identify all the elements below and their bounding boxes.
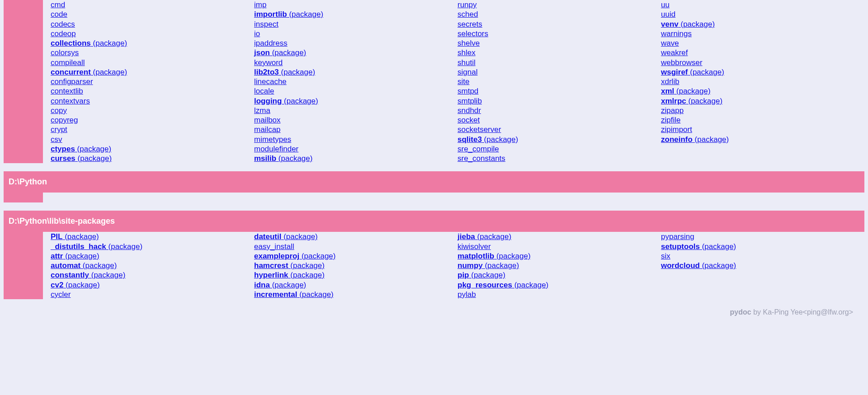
module-link-zipimport[interactable]: zipimport — [661, 125, 692, 134]
module-link-pyparsing[interactable]: pyparsing — [661, 232, 694, 241]
module-link-copyreg[interactable]: copyreg — [51, 116, 78, 124]
module-link-signal[interactable]: signal — [458, 68, 477, 76]
module-link-sndhdr[interactable]: sndhdr — [458, 106, 481, 115]
module-link-smtplib[interactable]: smtplib — [458, 97, 482, 105]
module-link-pkg_resources[interactable]: pkg_resources (package) — [458, 281, 548, 289]
module-link-sqlite3[interactable]: sqlite3 (package) — [458, 135, 518, 144]
module-link-easy_install[interactable]: easy_install — [254, 242, 294, 251]
module-link-wsgiref[interactable]: wsgiref (package) — [661, 68, 724, 76]
module-link-ipaddress[interactable]: ipaddress — [254, 39, 288, 47]
module-link-sre_constants[interactable]: sre_constants — [458, 154, 505, 163]
module-link-socketserver[interactable]: socketserver — [458, 125, 501, 134]
module-link-selectors[interactable]: selectors — [458, 29, 488, 38]
module-link-uuid[interactable]: uuid — [661, 10, 675, 19]
package-suffix: (package) — [482, 135, 518, 144]
module-link-contextvars[interactable]: contextvars — [51, 97, 90, 105]
module-link-concurrent[interactable]: concurrent (package) — [51, 68, 127, 76]
module-link-msilib[interactable]: msilib (package) — [254, 154, 312, 163]
module-link-code[interactable]: code — [51, 10, 67, 19]
module-link-secrets[interactable]: secrets — [458, 20, 482, 28]
module-link-xdrlib[interactable]: xdrlib — [661, 77, 679, 86]
module-link-cv2[interactable]: cv2 (package) — [51, 281, 100, 289]
module-link-pip[interactable]: pip (package) — [458, 271, 505, 279]
module-link-webbrowser[interactable]: webbrowser — [661, 58, 703, 67]
list-item: colorsys — [51, 48, 254, 57]
module-link-socket[interactable]: socket — [458, 116, 480, 124]
module-link-hamcrest[interactable]: hamcrest (package) — [254, 261, 325, 270]
module-link-lib2to3[interactable]: lib2to3 (package) — [254, 68, 315, 76]
module-link-uu[interactable]: uu — [661, 0, 670, 9]
module-link-zipfile[interactable]: zipfile — [661, 116, 680, 124]
module-link-exampleproj[interactable]: exampleproj (package) — [254, 252, 335, 260]
module-link-compileall[interactable]: compileall — [51, 58, 85, 67]
module-link-configparser[interactable]: configparser — [51, 77, 93, 86]
module-link-pylab[interactable]: pylab — [458, 290, 476, 299]
module-link-site[interactable]: site — [458, 77, 469, 86]
module-link-codecs[interactable]: codecs — [51, 20, 75, 28]
module-link-collections[interactable]: collections (package) — [51, 39, 127, 47]
module-link-importlib[interactable]: importlib (package) — [254, 10, 323, 19]
module-link-keyword[interactable]: keyword — [254, 58, 283, 67]
list-item: matplotlib (package) — [458, 251, 661, 261]
module-link-wave[interactable]: wave — [661, 39, 679, 47]
module-link-matplotlib[interactable]: matplotlib (package) — [458, 252, 531, 260]
module-link-venv[interactable]: venv (package) — [661, 20, 715, 28]
module-link-dateutil[interactable]: dateutil (package) — [254, 232, 318, 241]
module-link-mimetypes[interactable]: mimetypes — [254, 135, 291, 144]
list-item: copy — [51, 106, 254, 115]
module-link-jieba[interactable]: jieba (package) — [458, 232, 511, 241]
module-link-modulefinder[interactable]: modulefinder — [254, 145, 298, 153]
module-link-cmd[interactable]: cmd — [51, 0, 65, 9]
module-link-codeop[interactable]: codeop — [51, 29, 76, 38]
module-link-cycler[interactable]: cycler — [51, 290, 71, 299]
module-link-numpy[interactable]: numpy (package) — [458, 261, 519, 270]
module-link-runpy[interactable]: runpy — [458, 0, 477, 9]
module-link-contextlib[interactable]: contextlib — [51, 87, 83, 95]
module-link-copy[interactable]: copy — [51, 106, 67, 115]
module-link-zoneinfo[interactable]: zoneinfo (package) — [661, 135, 729, 144]
module-link-warnings[interactable]: warnings — [661, 29, 692, 38]
module-link-json[interactable]: json (package) — [254, 48, 306, 57]
module-link-mailcap[interactable]: mailcap — [254, 125, 281, 134]
module-link-shelve[interactable]: shelve — [458, 39, 480, 47]
module-link-mailbox[interactable]: mailbox — [254, 116, 281, 124]
module-link-idna[interactable]: idna (package) — [254, 281, 306, 289]
module-link-csv[interactable]: csv — [51, 135, 62, 144]
module-link-smtpd[interactable]: smtpd — [458, 87, 478, 95]
module-link-setuptools[interactable]: setuptools (package) — [661, 242, 736, 251]
module-link-crypt[interactable]: crypt — [51, 125, 67, 134]
module-link-hyperlink[interactable]: hyperlink (package) — [254, 271, 325, 279]
list-item: importlib (package) — [254, 9, 458, 19]
page-scroll-container[interactable]: cmdcodecodecscodeopcollections (package)… — [0, 0, 868, 322]
module-link-attr[interactable]: attr (package) — [51, 252, 99, 260]
module-link-sched[interactable]: sched — [458, 10, 478, 19]
module-link-shlex[interactable]: shlex — [458, 48, 476, 57]
module-link-xmlrpc[interactable]: xmlrpc (package) — [661, 97, 722, 105]
module-link-io[interactable]: io — [254, 29, 260, 38]
module-link-linecache[interactable]: linecache — [254, 77, 287, 86]
module-link-_distutils_hack[interactable]: _distutils_hack (package) — [51, 242, 142, 251]
list-item: cv2 (package) — [51, 280, 254, 290]
list-item: inspect — [254, 19, 458, 29]
module-link-constantly[interactable]: constantly (package) — [51, 271, 125, 279]
module-link-logging[interactable]: logging (package) — [254, 97, 318, 105]
module-link-ctypes[interactable]: ctypes (package) — [51, 145, 111, 153]
module-link-six[interactable]: six — [661, 252, 670, 260]
module-link-locale[interactable]: locale — [254, 87, 274, 95]
module-link-xml[interactable]: xml (package) — [661, 87, 711, 95]
module-link-kiwisolver[interactable]: kiwisolver — [458, 242, 491, 251]
module-link-automat[interactable]: automat (package) — [51, 261, 117, 270]
module-link-colorsys[interactable]: colorsys — [51, 48, 79, 57]
module-link-PIL[interactable]: PIL (package) — [51, 232, 99, 241]
module-link-imp[interactable]: imp — [254, 0, 266, 9]
module-link-shutil[interactable]: shutil — [458, 58, 476, 67]
module-link-wordcloud[interactable]: wordcloud (package) — [661, 261, 736, 270]
module-link-curses[interactable]: curses (package) — [51, 154, 112, 163]
module-column: jieba (package)kiwisolvermatplotlib (pac… — [458, 232, 661, 299]
module-link-sre_compile[interactable]: sre_compile — [458, 145, 499, 153]
module-link-inspect[interactable]: inspect — [254, 20, 278, 28]
module-link-incremental[interactable]: incremental (package) — [254, 290, 334, 299]
module-link-weakref[interactable]: weakref — [661, 48, 688, 57]
module-link-lzma[interactable]: lzma — [254, 106, 270, 115]
module-link-zipapp[interactable]: zipapp — [661, 106, 684, 115]
